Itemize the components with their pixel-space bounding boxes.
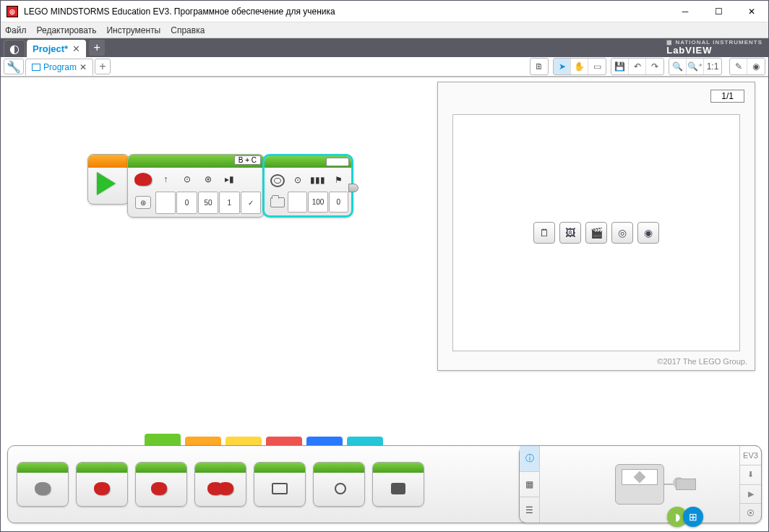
content-page[interactable]: 🗒 🖼 🎬 ◎ ◉	[452, 114, 740, 351]
zoom-out-button[interactable]: 🔍	[669, 59, 687, 74]
save-button[interactable]: 💾	[611, 59, 629, 74]
close-button[interactable]: ✕	[735, 1, 768, 22]
insert-text-button[interactable]: 🗒	[533, 222, 555, 244]
close-program-icon[interactable]: ✕	[80, 62, 87, 72]
palette-display-block[interactable]	[254, 462, 306, 507]
param-value[interactable]: 0	[176, 192, 197, 215]
palette-move-tank-block[interactable]	[194, 462, 246, 507]
param-icon: ⊙	[176, 168, 197, 191]
usb-icon	[676, 479, 696, 490]
select-tool[interactable]: ➤	[554, 59, 571, 74]
download-button[interactable]: ⬇	[740, 466, 761, 485]
comment-tool[interactable]: ▭	[588, 59, 606, 74]
zoom-in-button[interactable]: 🔍⁺	[687, 59, 704, 74]
content-editor-panel: 1/1 🗒 🖼 🎬 ◎ ◉ ©2017 The LEGO Group.	[437, 82, 755, 371]
port-label[interactable]: B + C	[234, 155, 261, 165]
param-value[interactable]: 0	[329, 192, 348, 213]
menubar: Файл Редактировать Инструменты Справка	[1, 22, 768, 38]
add-project-button[interactable]: +	[89, 40, 105, 56]
param-value[interactable]: 100	[308, 192, 327, 213]
palette-tab-myblocks[interactable]	[347, 437, 383, 445]
hw-tab-available[interactable]: ☰	[520, 497, 539, 523]
insert-video-button[interactable]: 🎬	[585, 222, 607, 244]
hardware-panel: ⓘ ▦ ☰ ◗ ⊞ EV3 ⬇ ▶ ⦿	[519, 445, 762, 523]
palette-move-steering-block[interactable]	[135, 462, 187, 507]
hw-tab-port-view[interactable]: ▦	[520, 472, 539, 498]
program-blocks: B + C ⊛ ↑ ⊙ ⊛ ▸▮ 0 50 1	[87, 154, 353, 218]
palette-tab-action[interactable]	[145, 434, 181, 445]
start-block[interactable]	[87, 154, 129, 205]
maximize-button[interactable]: ☐	[702, 1, 735, 22]
file-ops-group: 💾 ↶ ↷	[611, 58, 664, 75]
palette-tab-flow[interactable]	[185, 437, 221, 445]
project-tab-strip: ◐ Project* ✕ + ▦ NATIONAL INSTRUMENTSLab…	[1, 38, 768, 57]
app-icon: ◎	[7, 6, 18, 17]
program-toolbar-row: 🔧 Program ✕ + 🗎 ➤ ✋ ▭ 💾 ↶ ↷ 🔍 🔍⁺ 1:1 ✎ ◉	[1, 57, 768, 77]
program-icon	[32, 64, 40, 71]
move-steering-block[interactable]: B + C ⊛ ↑ ⊙ ⊛ ▸▮ 0 50 1	[127, 154, 265, 218]
right-edge-group: ✎ ◉	[729, 58, 765, 75]
program-tab[interactable]: Program ✕	[25, 59, 93, 76]
document-button[interactable]: 🗎	[530, 59, 548, 74]
zoom-reset-button[interactable]: 1:1	[704, 59, 721, 74]
mode-selector[interactable]: ⊛	[135, 196, 151, 209]
labview-brand: ▦ NATIONAL INSTRUMENTSLabVIEW	[666, 40, 762, 56]
hw-tab-brick-info[interactable]: ⓘ	[520, 446, 539, 472]
palette-large-motor-block[interactable]	[76, 462, 128, 507]
program-canvas[interactable]: B + C ⊛ ↑ ⊙ ⊛ ▸▮ 0 50 1	[1, 77, 768, 432]
canvas-area: B + C ⊛ ↑ ⊙ ⊛ ▸▮ 0 50 1	[1, 77, 768, 432]
add-program-button[interactable]: +	[95, 59, 111, 74]
run-button[interactable]: ▶	[740, 485, 761, 505]
insert-sound-button[interactable]: ◎	[611, 222, 633, 244]
windows-badge-icon: ⊞	[683, 507, 703, 527]
param-icon: ▸▮	[219, 168, 239, 191]
palette-sound-block[interactable]	[313, 462, 365, 507]
sound-block-selected[interactable]: ⊙ ▮▮▮ ⚑ 100 0	[262, 154, 353, 218]
close-project-icon[interactable]: ✕	[72, 43, 80, 54]
content-editor-toggle[interactable]: ✎	[730, 59, 747, 74]
context-help-button[interactable]: ◉	[747, 59, 765, 74]
play-icon	[97, 172, 116, 195]
menu-help[interactable]: Справка	[171, 25, 205, 35]
palette-brick-status-block[interactable]	[372, 462, 424, 507]
insert-target-button[interactable]: ◉	[637, 222, 659, 244]
param-value[interactable]	[288, 192, 307, 213]
undo-button[interactable]: ↶	[629, 59, 646, 74]
redo-button[interactable]: ↷	[646, 59, 663, 74]
pan-tool[interactable]: ✋	[571, 59, 588, 74]
bottom-area: ▲▼ ⓘ ▦ ☰ ◗ ⊞ EV3 ⬇ ▶	[0, 434, 769, 532]
param-icon: ↑	[155, 168, 176, 191]
speaker-icon	[270, 174, 285, 187]
run-selected-button[interactable]: ⦿	[740, 504, 761, 523]
folder-icon[interactable]	[270, 197, 285, 207]
param-value[interactable]: 1	[219, 192, 239, 215]
palette-tab-sensor[interactable]	[225, 437, 262, 445]
menu-tools[interactable]: Инструменты	[106, 25, 160, 35]
param-value[interactable]: ✓	[241, 192, 261, 215]
palette-category-tabs	[0, 434, 769, 445]
file-slot[interactable]	[326, 158, 349, 166]
window-title: LEGO MINDSTORMS Education EV3. Программн…	[24, 7, 669, 17]
hw-status-view: ◗ ⊞	[540, 446, 739, 523]
param-icon	[241, 168, 261, 191]
insert-image-button[interactable]: 🖼	[559, 222, 581, 244]
document-button-group: 🗎	[530, 58, 549, 75]
palette-tab-data[interactable]	[266, 437, 302, 445]
minimize-button[interactable]: ─	[669, 1, 702, 22]
lobby-button[interactable]: ◐	[4, 40, 25, 57]
brick-icon	[615, 464, 664, 505]
pointer-tool-group: ➤ ✋ ▭	[553, 58, 606, 75]
sequence-plug[interactable]	[348, 184, 358, 192]
project-tab[interactable]: Project* ✕	[27, 40, 86, 57]
motor-icon	[134, 173, 152, 186]
param-value[interactable]: 50	[198, 192, 218, 215]
palette-tab-advanced[interactable]	[306, 437, 343, 445]
palette-medium-motor-block[interactable]	[17, 462, 69, 507]
param-icon: ⊛	[198, 168, 218, 191]
page-indicator[interactable]: 1/1	[710, 90, 744, 103]
param-icon: ⚑	[329, 169, 348, 191]
menu-file[interactable]: Файл	[5, 25, 27, 35]
project-properties-button[interactable]: 🔧	[4, 59, 24, 74]
param-value[interactable]	[155, 192, 176, 215]
menu-edit[interactable]: Редактировать	[37, 25, 97, 35]
